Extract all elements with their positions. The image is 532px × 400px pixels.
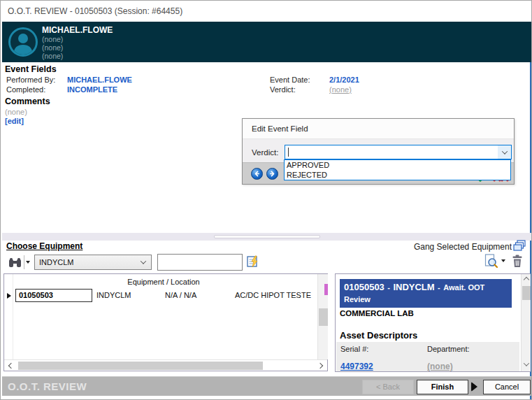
comments-heading: Comments — [5, 97, 50, 106]
chevron-down-icon — [524, 360, 529, 366]
chevron-up-icon — [524, 277, 529, 283]
triangle-down-icon — [501, 259, 505, 262]
vertical-scrollbar-thumb[interactable] — [319, 308, 328, 326]
user-detail-lines: (none) (none) (none) — [42, 35, 63, 60]
dropdown-option-rejected[interactable]: REJECTED — [285, 170, 510, 180]
find-binoculars-button[interactable] — [6, 255, 23, 269]
panel-scrollbar-thumb[interactable] — [522, 286, 531, 300]
serial-label: Serial #: — [340, 345, 368, 353]
event-date-label: Event Date: — [270, 76, 310, 84]
horizontal-scrollbar-thumb[interactable] — [18, 362, 263, 370]
scrollbar-pink-indicator — [324, 284, 328, 295]
separator: - — [387, 283, 390, 292]
department-value-link[interactable]: (none) — [427, 362, 453, 371]
preview-options-dropdown[interactable] — [499, 254, 507, 268]
verdict-label: Verdict: — [270, 85, 296, 94]
wizard-footer-bar: O.O.T. REVIEW < Back Finish Cancel — [2, 376, 531, 396]
equipment-table: Equipment / Location 01050503 INDYCLM N/… — [3, 273, 328, 371]
table-horizontal-scrollbar[interactable] — [4, 359, 327, 371]
separator: - — [438, 283, 440, 292]
category-value: INDYCLM — [39, 258, 74, 266]
equipment-cell-id[interactable]: 01050503 — [15, 289, 92, 302]
user-detail-line: (none) — [42, 52, 63, 60]
gang-selected-equipment-label: Gang Selected Equipment — [414, 242, 512, 252]
department-label: Department: — [427, 345, 470, 353]
window-title: O.O.T. REVIEW - 01050503 (Session: #6445… — [8, 6, 182, 16]
equipment-cell-model[interactable]: INDYCLM — [96, 291, 131, 299]
serial-value-link[interactable]: 4497392 — [340, 362, 373, 371]
notepad-lightning-icon — [247, 255, 259, 268]
user-avatar-icon — [8, 27, 38, 57]
scroll-left-button[interactable] — [8, 363, 14, 369]
equipment-cell-location[interactable]: N/A / N/A — [165, 291, 196, 299]
verdict-value-link[interactable]: (none) — [329, 85, 352, 94]
back-button[interactable]: < Back — [362, 380, 414, 394]
combobox-dropdown-button[interactable] — [498, 145, 511, 159]
comments-value: (none) — [5, 108, 27, 116]
trash-icon — [512, 255, 523, 268]
asset-lab-name: COMMERCIAL LAB — [340, 309, 414, 317]
dialog-title-bar: Edit Event Field — [243, 119, 514, 139]
chevron-left-icon — [8, 363, 14, 369]
nav-next-button[interactable] — [266, 168, 278, 180]
chevron-right-icon — [317, 363, 323, 369]
equipment-table-header: Equipment / Location — [13, 278, 314, 286]
verdict-combobox[interactable] — [285, 145, 512, 159]
dialog-title: Edit Event Field — [252, 124, 308, 133]
chevron-down-icon — [501, 148, 507, 154]
completed-value: INCOMPLETE — [67, 85, 117, 94]
quick-edit-button[interactable] — [247, 255, 259, 268]
completed-label: Completed: — [6, 85, 45, 94]
section-splitter — [2, 233, 531, 241]
performed-by-label: Performed By: — [6, 76, 55, 84]
verdict-dropdown-list: APPROVED REJECTED — [284, 159, 511, 180]
current-row-marker-icon — [7, 293, 11, 299]
arrow-left-icon — [253, 170, 261, 178]
delete-button[interactable] — [512, 255, 523, 268]
text-caret — [288, 148, 289, 157]
user-name: MICHAEL.FLOWE — [42, 25, 113, 35]
triangle-down-icon — [26, 261, 30, 264]
asset-descriptors-heading: Asset Descriptors — [340, 330, 417, 341]
performed-by-value: MICHAEL.FLOWE — [67, 76, 132, 84]
event-fields-heading: Event Fields — [5, 64, 57, 74]
cancel-button[interactable]: Cancel — [483, 380, 531, 394]
user-detail-line: (none) — [42, 35, 63, 43]
row-selector-gutter — [4, 274, 13, 371]
equipment-category-combobox[interactable]: INDYCLM — [34, 255, 152, 270]
footer-title: O.O.T. REVIEW — [8, 380, 87, 392]
find-options-dropdown[interactable] — [24, 255, 31, 269]
asset-model: INDYCLM — [393, 282, 434, 292]
choose-equipment-heading[interactable]: Choose Equipment — [6, 241, 82, 251]
splitter-drag-handle[interactable] — [214, 235, 320, 238]
finish-button[interactable]: Finish — [417, 380, 468, 394]
scroll-right-button[interactable] — [317, 363, 323, 369]
nav-previous-button[interactable] — [251, 168, 263, 180]
user-detail-line: (none) — [42, 43, 63, 52]
magnifier-document-icon — [484, 254, 498, 268]
dialog-verdict-label: Verdict: — [252, 148, 278, 157]
arrow-right-icon — [268, 170, 276, 178]
asset-detail-panel: 01050503 - INDYCLM - Await. OOT Review C… — [335, 273, 531, 372]
table-vertical-scrollbar[interactable] — [317, 274, 328, 359]
asset-header-bar[interactable]: 01050503 - INDYCLM - Await. OOT Review — [340, 279, 512, 308]
comments-edit-link[interactable]: [edit] — [5, 117, 24, 125]
default-button-arrow-icon — [471, 382, 477, 392]
dropdown-option-approved[interactable]: APPROVED — [285, 160, 510, 170]
gang-copy-pages-icon[interactable] — [513, 240, 526, 252]
binoculars-icon — [8, 257, 22, 268]
equipment-search-input[interactable] — [157, 254, 243, 271]
equipment-cell-description[interactable]: AC/DC HIPOT TESTE — [235, 291, 311, 299]
asset-descriptors-band: Serial #: Department: 4497392 (none) — [336, 342, 519, 372]
asset-id: 01050503 — [344, 282, 384, 292]
scroll-down-button[interactable] — [524, 361, 529, 368]
scroll-up-button[interactable] — [524, 276, 529, 283]
preview-search-button[interactable] — [484, 254, 498, 268]
panel-vertical-scrollbar[interactable] — [521, 274, 531, 371]
event-date-value: 2/1/2021 — [329, 76, 359, 84]
user-header-band: MICHAEL.FLOWE (none) (none) (none) — [2, 22, 531, 62]
chevron-down-icon — [141, 258, 146, 264]
oot-review-window: O.O.T. REVIEW - 01050503 (Session: #6445… — [0, 0, 532, 400]
